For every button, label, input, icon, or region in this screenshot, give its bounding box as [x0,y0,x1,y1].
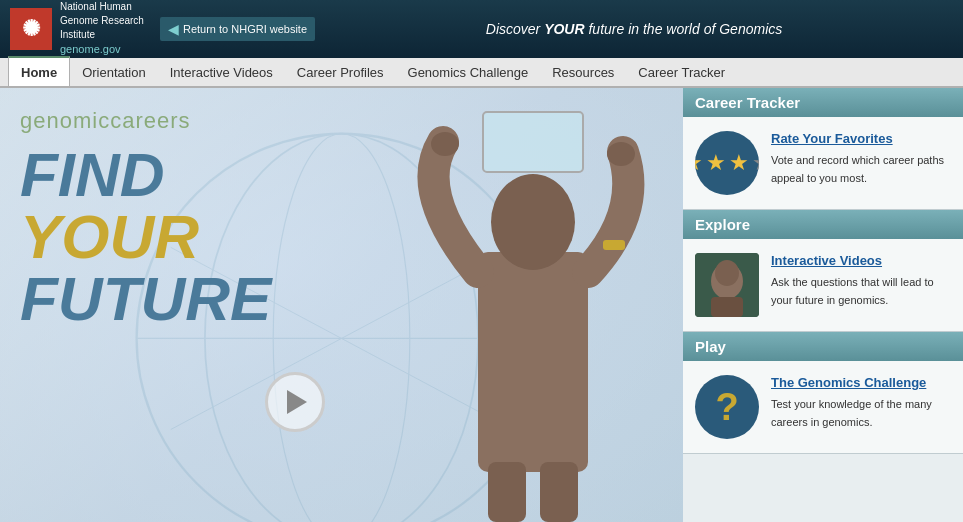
explore-header: Explore [683,210,963,239]
play-video-button[interactable] [265,372,325,432]
hero-section: genomiccareers FIND YOUR FUTURE [0,88,683,522]
nav-interactive-videos[interactable]: Interactive Videos [158,58,285,86]
tagline-bold: YOUR [544,21,584,37]
explore-text: Interactive Videos Ask the questions tha… [771,253,951,309]
hero-line3: FUTURE [20,268,271,330]
nhgri-logo: ✺ [10,8,52,50]
arrow-icon: ◀ [168,21,179,37]
svg-rect-8 [483,112,583,172]
tagline-pre: Discover [486,21,544,37]
interactive-videos-link[interactable]: Interactive Videos [771,253,951,268]
svg-point-16 [715,260,739,286]
nav-genomics-challenge[interactable]: Genomics Challenge [396,58,541,86]
svg-point-9 [431,132,459,156]
brand-pre: genomic [20,108,110,133]
play-text: The Genomics Challenge Test your knowled… [771,375,951,431]
explore-section: Explore Interactive Videos Ask the quest… [683,210,963,332]
genomics-challenge-link[interactable]: The Genomics Challenge [771,375,951,390]
hero-line1: FIND [20,144,271,206]
play-header: Play [683,332,963,361]
rate-favorites-link[interactable]: Rate Your Favorites [771,131,951,146]
person-svg [383,92,683,522]
site-header: ✺ National Human Genome Research Institu… [0,0,963,58]
logo-text: National Human Genome Research Institute… [60,0,144,57]
svg-rect-6 [478,252,588,472]
interactive-videos-thumbnail [695,253,759,317]
play-desc: Test your knowledge of the many careers … [771,398,932,428]
svg-rect-11 [488,462,526,522]
return-to-nhgri-link[interactable]: ◀ Return to NHGRI website [160,17,315,41]
main-content: genomiccareers FIND YOUR FUTURE [0,88,963,522]
nav-orientation[interactable]: Orientation [70,58,158,86]
return-link-label: Return to NHGRI website [183,23,307,35]
hero-brand: genomiccareers [20,108,271,134]
svg-point-10 [607,142,635,166]
star-4: ★ [752,150,760,176]
right-sidebar: Career Tracker ★ ★ ★ ★ Rate Your Favorit… [683,88,963,522]
header-tagline: Discover YOUR future in the world of Gen… [315,21,953,37]
hero-line2: YOUR [20,206,271,268]
play-card: ? The Genomics Challenge Test your knowl… [683,361,963,453]
star-1: ★ [695,150,703,176]
video-thumbnail-image [695,253,759,317]
career-tracker-header: Career Tracker [683,88,963,117]
genome-gov-link[interactable]: genome.gov [60,43,121,55]
org-name-line1: National Human [60,1,132,12]
main-nav: Home Orientation Interactive Videos Care… [0,58,963,88]
star-2: ★ [706,150,726,176]
nav-resources[interactable]: Resources [540,58,626,86]
logo-icon: ✺ [22,16,40,42]
play-section: Play ? The Genomics Challenge Test your … [683,332,963,454]
logo-area: ✺ National Human Genome Research Institu… [10,0,315,57]
nav-career-tracker[interactable]: Career Tracker [626,58,737,86]
svg-rect-12 [540,462,578,522]
svg-rect-13 [603,240,625,250]
star-3: ★ [729,150,749,176]
explore-card: Interactive Videos Ask the questions tha… [683,239,963,331]
hero-person-image [383,88,683,522]
career-tracker-card: ★ ★ ★ ★ Rate Your Favorites Vote and rec… [683,117,963,209]
rate-favorites-desc: Vote and record which career paths appea… [771,154,944,184]
question-mark-icon: ? [715,386,738,429]
nav-home[interactable]: Home [8,56,70,86]
genomics-challenge-icon: ? [695,375,759,439]
svg-point-7 [491,174,575,270]
stars-display: ★ ★ ★ ★ [695,150,759,176]
org-name-line3: Institute [60,29,95,40]
tagline-post: future in the world of Genomics [585,21,783,37]
nav-career-profiles[interactable]: Career Profiles [285,58,396,86]
career-tracker-text: Rate Your Favorites Vote and record whic… [771,131,951,187]
rate-favorites-icon: ★ ★ ★ ★ [695,131,759,195]
brand-post: careers [110,108,190,133]
hero-text-block: genomiccareers FIND YOUR FUTURE [20,108,271,330]
play-icon [287,390,307,414]
svg-rect-17 [711,297,743,317]
career-tracker-section: Career Tracker ★ ★ ★ ★ Rate Your Favorit… [683,88,963,210]
org-name-line2: Genome Research [60,15,144,26]
hero-headline: FIND YOUR FUTURE [20,144,271,330]
explore-desc: Ask the questions that will lead to your… [771,276,934,306]
